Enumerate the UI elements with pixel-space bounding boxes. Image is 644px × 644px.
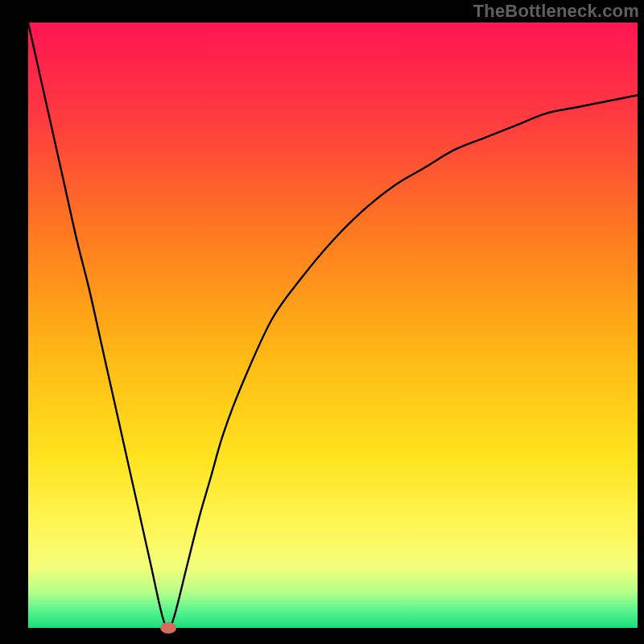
chart-frame: TheBottleneck.com: [0, 0, 644, 644]
vertex-marker: [160, 622, 176, 634]
watermark-text: TheBottleneck.com: [473, 1, 639, 22]
bottleneck-chart: [0, 0, 644, 644]
